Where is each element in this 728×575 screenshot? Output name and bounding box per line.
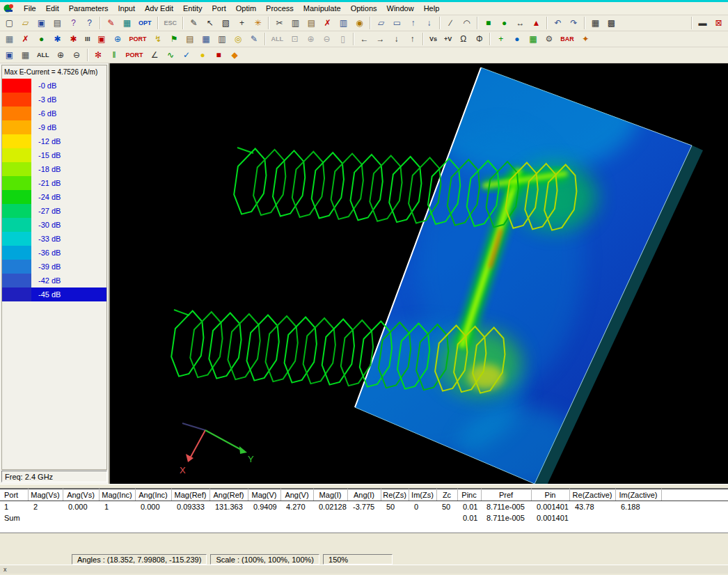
zoom-out-icon[interactable]: ⊖	[319, 32, 335, 46]
window-raise-icon[interactable]: ↑	[405, 16, 421, 30]
cone-tool-icon[interactable]: ▲	[528, 16, 544, 30]
cut-icon[interactable]: ✂	[271, 16, 287, 30]
legend-entry[interactable]: -6 dB	[2, 107, 106, 120]
optimize-icon[interactable]: OPT	[135, 16, 155, 30]
current-wave-icon[interactable]: ∿	[163, 48, 179, 62]
redo-icon[interactable]: ↷	[566, 16, 582, 30]
legend-entry[interactable]: -21 dB	[2, 176, 106, 190]
excitation-icon[interactable]: ↯	[150, 32, 166, 46]
pattern-view-icon[interactable]: ✻	[90, 48, 106, 62]
target-icon[interactable]: ◎	[230, 32, 246, 46]
pan-right-icon[interactable]: →	[372, 32, 388, 46]
mesh-view-icon[interactable]: ▦	[119, 16, 135, 30]
pan-up-icon[interactable]: ↑	[404, 32, 420, 46]
legend-entry[interactable]: -30 dB	[2, 218, 106, 232]
legend-entry[interactable]: -42 dB	[2, 274, 106, 288]
zoom-in-icon[interactable]: ⊕	[303, 32, 319, 46]
menu-item-parameters[interactable]: Parameters	[64, 3, 113, 14]
full-view-icon[interactable]: ▯	[335, 32, 351, 46]
bulb-icon[interactable]: ●	[195, 48, 211, 62]
add-voltage-icon[interactable]: +V	[441, 32, 455, 46]
flag-icon[interactable]: ⚑	[166, 32, 182, 46]
exit-icon[interactable]: ⊠	[711, 16, 727, 30]
display-columns-icon[interactable]: III	[81, 32, 94, 46]
calculator-icon[interactable]: ▦	[198, 32, 214, 46]
menu-item-edit[interactable]: Edit	[41, 3, 64, 14]
print-icon[interactable]: ▤	[49, 16, 65, 30]
menu-item-process[interactable]: Process	[261, 3, 299, 14]
copy-icon[interactable]: ▥	[287, 16, 303, 30]
new-icon[interactable]: ▢	[1, 16, 17, 30]
pattern-icon[interactable]: ▩	[603, 16, 619, 30]
magnify-in-icon[interactable]: ⊕	[53, 48, 69, 62]
menu-item-window[interactable]: Window	[382, 3, 419, 14]
line-tool-icon[interactable]: ∕	[443, 16, 459, 30]
magnify-out-icon[interactable]: ⊖	[69, 48, 85, 62]
menu-item-options[interactable]: Options	[346, 3, 382, 14]
menu-item-port[interactable]: Port	[207, 3, 231, 14]
port-properties-icon[interactable]: PORT	[126, 32, 150, 46]
legend-entry[interactable]: -18 dB	[2, 162, 106, 176]
undo-icon[interactable]: ↶	[550, 16, 566, 30]
legend-entry[interactable]: -12 dB	[2, 134, 106, 148]
polygon-edit-icon[interactable]: ✎	[103, 16, 119, 30]
grid-add-icon[interactable]: ▦	[525, 32, 541, 46]
palette-icon[interactable]: ✦	[578, 32, 594, 46]
close-window-icon[interactable]: ▣	[94, 32, 110, 46]
fit-all-icon[interactable]: ALL	[268, 32, 287, 46]
alert-icon[interactable]: ◉	[351, 16, 367, 30]
film-icon[interactable]: ▥	[214, 32, 230, 46]
simulate-icon[interactable]: ✱	[49, 32, 65, 46]
define-port-icon[interactable]: ●	[33, 32, 49, 46]
display-settings-icon[interactable]: ▦	[587, 16, 603, 30]
menu-item-input[interactable]: Input	[113, 3, 140, 14]
clipboard-icon[interactable]: ▤	[182, 32, 198, 46]
dice-icon[interactable]: ◆	[227, 48, 243, 62]
dimension-icon[interactable]: ↔	[512, 16, 528, 30]
legend-entry[interactable]: -15 dB	[2, 148, 106, 162]
snap-icon[interactable]: ✳	[250, 16, 266, 30]
stop-icon[interactable]: ■	[211, 48, 227, 62]
legend-entry[interactable]: -33 dB	[2, 232, 106, 246]
legend-entry[interactable]: -36 dB	[2, 246, 106, 260]
window-lower-icon[interactable]: ↓	[421, 16, 437, 30]
screen-icon[interactable]: ▬	[695, 16, 711, 30]
delete-icon[interactable]: ✗	[319, 16, 335, 30]
pan-down-icon[interactable]: ↓	[388, 32, 404, 46]
context-help-icon[interactable]: ?	[81, 16, 97, 30]
view-all-icon[interactable]: ALL	[33, 48, 53, 62]
window-new-icon[interactable]: ▱	[373, 16, 389, 30]
legend-entry[interactable]: -3 dB	[2, 93, 106, 107]
add-layer-icon[interactable]: +	[493, 32, 509, 46]
resimulate-icon[interactable]: ✱	[65, 32, 81, 46]
delete-port-icon[interactable]: ✗	[17, 32, 33, 46]
select-window-icon[interactable]: ▧	[218, 16, 234, 30]
open-icon[interactable]: ▱	[17, 16, 33, 30]
legend-entry[interactable]: -45 dB	[2, 288, 106, 301]
menu-item-optim[interactable]: Optim	[231, 3, 261, 14]
escape-icon[interactable]: ESC	[161, 16, 181, 30]
edit-check-icon[interactable]: ✎	[246, 32, 262, 46]
angle-measure-icon[interactable]: ∠	[147, 48, 163, 62]
circle-tool-icon[interactable]: ●	[496, 16, 512, 30]
paste-icon[interactable]: ▤	[303, 16, 319, 30]
window-tile-icon[interactable]: ▭	[389, 16, 405, 30]
menu-item-help[interactable]: Help	[419, 3, 445, 14]
globe-icon[interactable]: ⊕	[110, 32, 126, 46]
legend-entry[interactable]: -27 dB	[2, 204, 106, 218]
elevation-bars-icon[interactable]: ‖	[106, 48, 122, 62]
selection-grid-icon[interactable]: ▦	[17, 48, 33, 62]
rectangle-tool-icon[interactable]: ■	[480, 16, 496, 30]
duplicate-icon[interactable]: ▥	[335, 16, 351, 30]
legend-entry[interactable]: -9 dB	[2, 120, 106, 134]
draw-polygon-icon[interactable]: ✎	[186, 16, 202, 30]
legend-entry[interactable]: -24 dB	[2, 190, 106, 204]
bar-display-icon[interactable]: BAR	[557, 32, 578, 46]
viewport-3d[interactable]: X Y	[110, 63, 728, 484]
impedance-icon[interactable]: Ω	[455, 32, 471, 46]
settings-gear-icon[interactable]: ⚙	[541, 32, 557, 46]
save-icon[interactable]: ▣	[33, 16, 49, 30]
tolerance-icon[interactable]: Φ	[471, 32, 487, 46]
help-icon[interactable]: ?	[65, 16, 81, 30]
mesh-grid-icon[interactable]: ▦	[1, 32, 17, 46]
